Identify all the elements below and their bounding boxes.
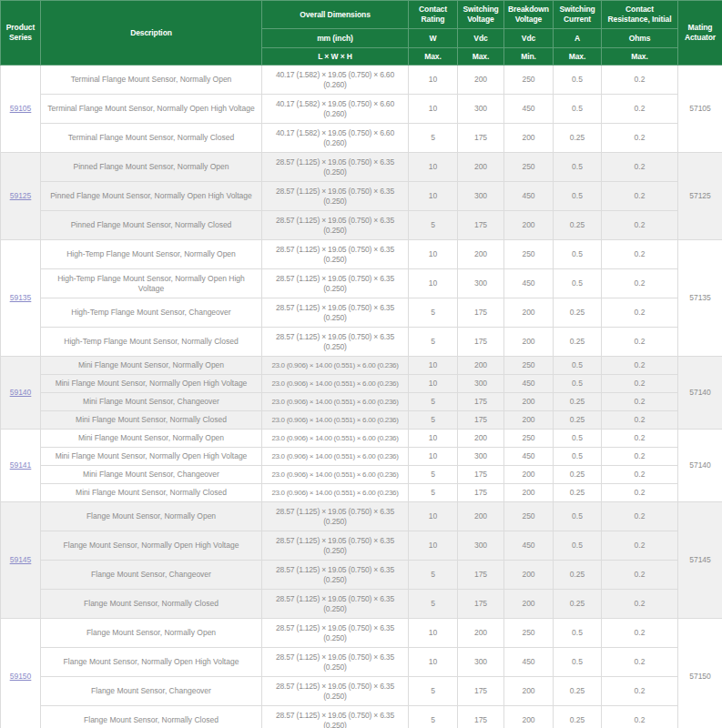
switching-voltage-cell: 175 xyxy=(458,328,504,357)
dimensions-cell: 28.57 (1.125) × 19.05 (0.750) × 6.35 (0.… xyxy=(262,182,409,211)
product-series-link[interactable]: 59135 xyxy=(10,293,32,302)
dimensions-cell: 28.57 (1.125) × 19.05 (0.750) × 6.35 (0.… xyxy=(262,502,409,531)
switching-voltage-cell: 175 xyxy=(458,211,504,240)
product-series-link[interactable]: 59125 xyxy=(10,191,32,200)
header-breakdown-voltage-limit: Min. xyxy=(504,48,554,66)
breakdown-voltage-cell: 450 xyxy=(504,269,554,298)
switching-voltage-cell: 175 xyxy=(458,124,504,153)
contact-rating-cell: 10 xyxy=(409,648,458,677)
contact-rating-cell: 10 xyxy=(409,153,458,182)
contact-resistance-cell: 0.2 xyxy=(602,706,678,728)
description-cell: Pinned Flange Mount Sensor, Normally Clo… xyxy=(41,211,262,240)
description-cell: Mini Flange Mount Sensor, Normally Open xyxy=(41,430,262,448)
breakdown-voltage-cell: 200 xyxy=(504,328,554,357)
product-series-cell: 59135 xyxy=(1,240,41,357)
dimensions-cell: 23.0 (0.906) × 14.00 (0.551) × 6.00 (0.2… xyxy=(262,411,409,430)
product-series-cell: 59145 xyxy=(1,502,41,619)
table-row: Terminal Flange Mount Sensor, Normally C… xyxy=(1,124,722,153)
switching-current-cell: 0.5 xyxy=(554,375,602,393)
switching-current-cell: 0.5 xyxy=(554,153,602,182)
switching-voltage-cell: 200 xyxy=(458,357,504,375)
contact-rating-cell: 5 xyxy=(409,706,458,728)
switching-voltage-cell: 300 xyxy=(458,531,504,561)
switching-voltage-cell: 200 xyxy=(458,240,504,269)
mating-actuator-cell: 57135 xyxy=(678,240,722,357)
table-row: High-Temp Flange Mount Sensor, Changeove… xyxy=(1,298,722,328)
dimensions-cell: 23.0 (0.906) × 14.00 (0.551) × 6.00 (0.2… xyxy=(262,375,409,393)
contact-rating-cell: 10 xyxy=(409,95,458,124)
table-row: 59105Terminal Flange Mount Sensor, Norma… xyxy=(1,66,722,95)
dimensions-cell: 28.57 (1.125) × 19.05 (0.750) × 6.35 (0.… xyxy=(262,619,409,648)
contact-resistance-cell: 0.2 xyxy=(602,182,678,211)
product-series-link[interactable]: 59150 xyxy=(10,672,32,681)
breakdown-voltage-cell: 250 xyxy=(504,502,554,531)
description-cell: Mini Flange Mount Sensor, Changeover xyxy=(41,466,262,484)
product-series-link[interactable]: 59145 xyxy=(10,555,32,564)
table-row: High-Temp Flange Mount Sensor, Normally … xyxy=(1,328,722,357)
breakdown-voltage-cell: 200 xyxy=(504,466,554,484)
table-row: Flange Mount Sensor, Normally Closed28.5… xyxy=(1,590,722,619)
description-cell: Flange Mount Sensor, Changeover xyxy=(41,561,262,590)
product-series-link[interactable]: 59141 xyxy=(10,460,32,470)
contact-rating-cell: 5 xyxy=(409,411,458,430)
breakdown-voltage-cell: 200 xyxy=(504,298,554,328)
breakdown-voltage-cell: 450 xyxy=(504,182,554,211)
contact-resistance-cell: 0.2 xyxy=(602,648,678,677)
dimensions-cell: 28.57 (1.125) × 19.05 (0.750) × 6.35 (0.… xyxy=(262,298,409,328)
description-cell: Flange Mount Sensor, Normally Open xyxy=(41,619,262,648)
dimensions-cell: 28.57 (1.125) × 19.05 (0.750) × 6.35 (0.… xyxy=(262,677,409,706)
header-switching-current-limit: Max. xyxy=(554,48,602,66)
switching-current-cell: 0.25 xyxy=(554,706,602,728)
contact-rating-cell: 10 xyxy=(409,375,458,393)
breakdown-voltage-cell: 200 xyxy=(504,706,554,728)
dimensions-cell: 40.17 (1.582) × 19.05 (0.750) × 6.60 (0.… xyxy=(262,124,409,153)
switching-voltage-cell: 175 xyxy=(458,411,504,430)
contact-rating-cell: 10 xyxy=(409,269,458,298)
header-contact-rating: Contact Rating xyxy=(409,1,458,29)
description-cell: Mini Flange Mount Sensor, Normally Close… xyxy=(41,484,262,502)
dimensions-cell: 28.57 (1.125) × 19.05 (0.750) × 6.35 (0.… xyxy=(262,561,409,590)
dimensions-cell: 23.0 (0.906) × 14.00 (0.551) × 6.00 (0.2… xyxy=(262,430,409,448)
table-row: Flange Mount Sensor, Changeover28.57 (1.… xyxy=(1,677,722,706)
mating-actuator-cell: 57145 xyxy=(678,502,722,619)
contact-rating-cell: 5 xyxy=(409,466,458,484)
contact-rating-cell: 10 xyxy=(409,619,458,648)
breakdown-voltage-cell: 250 xyxy=(504,66,554,95)
contact-rating-cell: 5 xyxy=(409,298,458,328)
switching-current-cell: 0.25 xyxy=(554,124,602,153)
table-row: Flange Mount Sensor, Normally Open High … xyxy=(1,531,722,561)
breakdown-voltage-cell: 450 xyxy=(504,375,554,393)
contact-resistance-cell: 0.2 xyxy=(602,269,678,298)
breakdown-voltage-cell: 450 xyxy=(504,648,554,677)
switching-voltage-cell: 200 xyxy=(458,153,504,182)
header-contact-resistance: Contact Resistance, Initial xyxy=(602,1,678,29)
header-contact-resistance-unit: Ohms xyxy=(602,29,678,48)
product-series-cell: 59125 xyxy=(1,153,41,240)
switching-voltage-cell: 300 xyxy=(458,375,504,393)
switching-current-cell: 0.5 xyxy=(554,240,602,269)
mating-actuator-cell: 57140 xyxy=(678,357,722,430)
description-cell: Mini Flange Mount Sensor, Changeover xyxy=(41,393,262,411)
breakdown-voltage-cell: 200 xyxy=(504,590,554,619)
switching-voltage-cell: 300 xyxy=(458,182,504,211)
dimensions-cell: 23.0 (0.906) × 14.00 (0.551) × 6.00 (0.2… xyxy=(262,393,409,411)
breakdown-voltage-cell: 250 xyxy=(504,153,554,182)
breakdown-voltage-cell: 200 xyxy=(504,677,554,706)
table-row: 59150Flange Mount Sensor, Normally Open2… xyxy=(1,619,722,648)
product-series-link[interactable]: 59140 xyxy=(10,388,32,397)
description-cell: Pinned Flange Mount Sensor, Normally Ope… xyxy=(41,182,262,211)
contact-resistance-cell: 0.2 xyxy=(602,298,678,328)
switching-current-cell: 0.5 xyxy=(554,531,602,561)
table-row: High-Temp Flange Mount Sensor, Normally … xyxy=(1,269,722,298)
product-series-link[interactable]: 59105 xyxy=(10,104,32,113)
dimensions-cell: 28.57 (1.125) × 19.05 (0.750) × 6.35 (0.… xyxy=(262,240,409,269)
switching-current-cell: 0.5 xyxy=(554,182,602,211)
description-cell: High-Temp Flange Mount Sensor, Normally … xyxy=(41,328,262,357)
description-cell: Mini Flange Mount Sensor, Normally Close… xyxy=(41,411,262,430)
switching-current-cell: 0.25 xyxy=(554,393,602,411)
product-series-cell: 59150 xyxy=(1,619,41,728)
contact-resistance-cell: 0.2 xyxy=(602,95,678,124)
breakdown-voltage-cell: 250 xyxy=(504,357,554,375)
contact-resistance-cell: 0.2 xyxy=(602,502,678,531)
contact-resistance-cell: 0.2 xyxy=(602,448,678,466)
